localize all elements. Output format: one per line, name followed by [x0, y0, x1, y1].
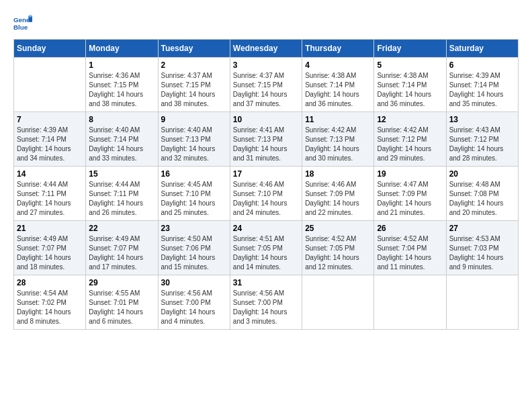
day-number: 2 — [161, 60, 227, 70]
calendar-cell: 16Sunrise: 4:45 AM Sunset: 7:10 PM Dayli… — [158, 167, 230, 221]
day-number: 16 — [161, 169, 227, 179]
day-number: 1 — [89, 60, 154, 70]
calendar-cell — [14, 58, 86, 112]
day-number: 11 — [305, 115, 371, 124]
day-info: Sunrise: 4:46 AM Sunset: 7:09 PM Dayligh… — [305, 180, 371, 218]
day-info: Sunrise: 4:47 AM Sunset: 7:09 PM Dayligh… — [377, 180, 443, 218]
calendar-cell: 2Sunrise: 4:37 AM Sunset: 7:15 PM Daylig… — [158, 58, 230, 112]
calendar-week-row: 1Sunrise: 4:36 AM Sunset: 7:15 PM Daylig… — [14, 58, 519, 112]
day-info: Sunrise: 4:37 AM Sunset: 7:15 PM Dayligh… — [233, 71, 299, 109]
day-number: 10 — [233, 115, 299, 124]
day-info: Sunrise: 4:42 AM Sunset: 7:13 PM Dayligh… — [305, 126, 371, 163]
day-info: Sunrise: 4:45 AM Sunset: 7:10 PM Dayligh… — [161, 180, 227, 218]
day-info: Sunrise: 4:41 AM Sunset: 7:13 PM Dayligh… — [233, 126, 299, 163]
day-number: 3 — [233, 60, 299, 70]
calendar-cell: 10Sunrise: 4:41 AM Sunset: 7:13 PM Dayli… — [230, 112, 302, 167]
weekday-header: Friday — [374, 40, 446, 58]
day-info: Sunrise: 4:49 AM Sunset: 7:07 PM Dayligh… — [17, 234, 83, 272]
calendar-week-row: 7Sunrise: 4:39 AM Sunset: 7:14 PM Daylig… — [14, 112, 519, 167]
weekday-header-row: SundayMondayTuesdayWednesdayThursdayFrid… — [14, 40, 519, 58]
day-number: 17 — [233, 169, 299, 179]
day-number: 13 — [449, 115, 515, 124]
calendar-week-row: 14Sunrise: 4:44 AM Sunset: 7:11 PM Dayli… — [14, 167, 519, 221]
calendar-cell: 18Sunrise: 4:46 AM Sunset: 7:09 PM Dayli… — [302, 167, 374, 221]
day-number: 20 — [449, 169, 515, 179]
day-number: 23 — [161, 224, 227, 233]
calendar-cell: 7Sunrise: 4:39 AM Sunset: 7:14 PM Daylig… — [14, 112, 86, 167]
calendar-cell: 26Sunrise: 4:52 AM Sunset: 7:04 PM Dayli… — [374, 221, 446, 275]
weekday-header: Saturday — [446, 40, 518, 58]
calendar-cell: 11Sunrise: 4:42 AM Sunset: 7:13 PM Dayli… — [302, 112, 374, 167]
calendar-cell: 14Sunrise: 4:44 AM Sunset: 7:11 PM Dayli… — [14, 167, 86, 221]
day-info: Sunrise: 4:53 AM Sunset: 7:03 PM Dayligh… — [449, 234, 515, 272]
day-info: Sunrise: 4:46 AM Sunset: 7:10 PM Dayligh… — [233, 180, 299, 218]
day-number: 31 — [233, 278, 299, 287]
weekday-header: Thursday — [302, 40, 374, 58]
day-number: 22 — [89, 224, 154, 233]
day-number: 21 — [17, 224, 83, 233]
day-info: Sunrise: 4:48 AM Sunset: 7:08 PM Dayligh… — [449, 180, 515, 218]
day-info: Sunrise: 4:43 AM Sunset: 7:12 PM Dayligh… — [449, 126, 515, 163]
calendar-cell: 12Sunrise: 4:42 AM Sunset: 7:12 PM Dayli… — [374, 112, 446, 167]
calendar-cell — [446, 275, 518, 330]
calendar-cell: 3Sunrise: 4:37 AM Sunset: 7:15 PM Daylig… — [230, 58, 302, 112]
calendar-cell — [302, 275, 374, 330]
day-number: 12 — [377, 115, 443, 124]
day-info: Sunrise: 4:38 AM Sunset: 7:14 PM Dayligh… — [377, 71, 443, 109]
calendar-cell: 5Sunrise: 4:38 AM Sunset: 7:14 PM Daylig… — [374, 58, 446, 112]
calendar-cell: 28Sunrise: 4:54 AM Sunset: 7:02 PM Dayli… — [14, 275, 86, 330]
logo-icon: General Blue — [13, 13, 32, 32]
calendar-cell: 8Sunrise: 4:40 AM Sunset: 7:14 PM Daylig… — [86, 112, 158, 167]
day-number: 19 — [377, 169, 443, 179]
calendar-cell: 9Sunrise: 4:40 AM Sunset: 7:13 PM Daylig… — [158, 112, 230, 167]
weekday-header: Sunday — [14, 40, 86, 58]
calendar-cell: 4Sunrise: 4:38 AM Sunset: 7:14 PM Daylig… — [302, 58, 374, 112]
calendar-cell: 19Sunrise: 4:47 AM Sunset: 7:09 PM Dayli… — [374, 167, 446, 221]
calendar-week-row: 28Sunrise: 4:54 AM Sunset: 7:02 PM Dayli… — [14, 275, 519, 330]
day-info: Sunrise: 4:37 AM Sunset: 7:15 PM Dayligh… — [161, 71, 227, 109]
day-number: 24 — [233, 224, 299, 233]
calendar-cell: 13Sunrise: 4:43 AM Sunset: 7:12 PM Dayli… — [446, 112, 518, 167]
day-number: 29 — [89, 278, 154, 287]
day-info: Sunrise: 4:52 AM Sunset: 7:05 PM Dayligh… — [305, 234, 371, 272]
svg-text:Blue: Blue — [13, 24, 28, 31]
calendar-table: SundayMondayTuesdayWednesdayThursdayFrid… — [13, 39, 519, 330]
calendar-cell: 21Sunrise: 4:49 AM Sunset: 7:07 PM Dayli… — [14, 221, 86, 275]
day-number: 18 — [305, 169, 371, 179]
day-number: 7 — [17, 115, 83, 124]
calendar-cell: 29Sunrise: 4:55 AM Sunset: 7:01 PM Dayli… — [86, 275, 158, 330]
day-info: Sunrise: 4:42 AM Sunset: 7:12 PM Dayligh… — [377, 126, 443, 163]
day-number: 4 — [305, 60, 371, 70]
calendar-cell: 22Sunrise: 4:49 AM Sunset: 7:07 PM Dayli… — [86, 221, 158, 275]
day-info: Sunrise: 4:49 AM Sunset: 7:07 PM Dayligh… — [89, 234, 154, 272]
day-info: Sunrise: 4:39 AM Sunset: 7:14 PM Dayligh… — [17, 126, 83, 163]
day-number: 14 — [17, 169, 83, 179]
day-info: Sunrise: 4:44 AM Sunset: 7:11 PM Dayligh… — [17, 180, 83, 218]
calendar-cell: 30Sunrise: 4:56 AM Sunset: 7:00 PM Dayli… — [158, 275, 230, 330]
day-number: 6 — [449, 60, 515, 70]
day-info: Sunrise: 4:36 AM Sunset: 7:15 PM Dayligh… — [89, 71, 154, 109]
day-info: Sunrise: 4:56 AM Sunset: 7:00 PM Dayligh… — [233, 289, 299, 326]
calendar-cell: 27Sunrise: 4:53 AM Sunset: 7:03 PM Dayli… — [446, 221, 518, 275]
calendar-cell: 31Sunrise: 4:56 AM Sunset: 7:00 PM Dayli… — [230, 275, 302, 330]
calendar-cell: 1Sunrise: 4:36 AM Sunset: 7:15 PM Daylig… — [86, 58, 158, 112]
day-info: Sunrise: 4:51 AM Sunset: 7:05 PM Dayligh… — [233, 234, 299, 272]
calendar-cell: 6Sunrise: 4:39 AM Sunset: 7:14 PM Daylig… — [446, 58, 518, 112]
weekday-header: Wednesday — [230, 40, 302, 58]
day-info: Sunrise: 4:38 AM Sunset: 7:14 PM Dayligh… — [305, 71, 371, 109]
day-number: 27 — [449, 224, 515, 233]
calendar-cell: 17Sunrise: 4:46 AM Sunset: 7:10 PM Dayli… — [230, 167, 302, 221]
day-info: Sunrise: 4:40 AM Sunset: 7:13 PM Dayligh… — [161, 126, 227, 163]
calendar-cell: 15Sunrise: 4:44 AM Sunset: 7:11 PM Dayli… — [86, 167, 158, 221]
day-info: Sunrise: 4:56 AM Sunset: 7:00 PM Dayligh… — [161, 289, 227, 326]
day-info: Sunrise: 4:39 AM Sunset: 7:14 PM Dayligh… — [449, 71, 515, 109]
day-number: 28 — [17, 278, 83, 287]
calendar-cell: 20Sunrise: 4:48 AM Sunset: 7:08 PM Dayli… — [446, 167, 518, 221]
day-number: 30 — [161, 278, 227, 287]
day-number: 8 — [89, 115, 154, 124]
page-header: General Blue — [13, 13, 519, 32]
day-info: Sunrise: 4:50 AM Sunset: 7:06 PM Dayligh… — [161, 234, 227, 272]
day-number: 26 — [377, 224, 443, 233]
calendar-cell — [374, 275, 446, 330]
day-number: 9 — [161, 115, 227, 124]
